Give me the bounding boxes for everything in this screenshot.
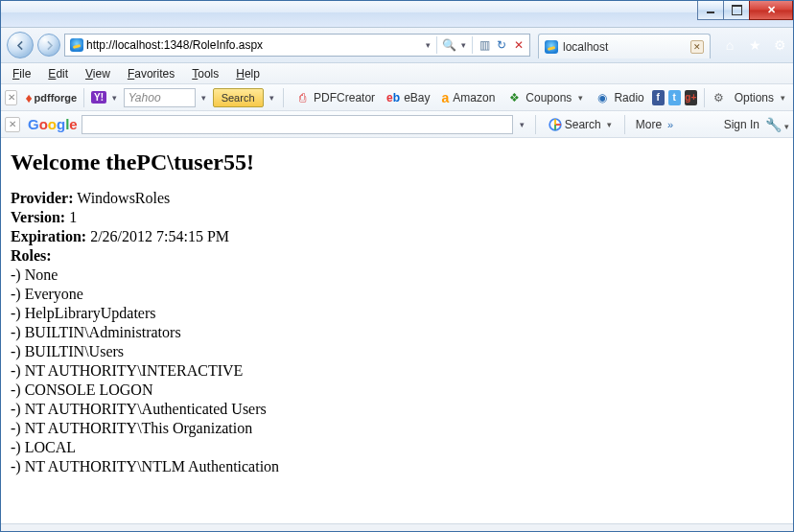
coupons-label: Coupons [525, 91, 572, 104]
pdfforge-logo[interactable]: ♦ pdfforge [25, 90, 77, 105]
yahoo-search-button[interactable]: Search [213, 88, 264, 107]
status-bar [1, 523, 793, 531]
amazon-button[interactable]: a Amazon [438, 90, 500, 105]
role-item: -) NT AUTHORITY\INTERACTIVE [11, 361, 783, 381]
tab-close-button[interactable]: ✕ [690, 40, 704, 54]
role-item: -) HelpLibraryUpdaters [11, 304, 783, 323]
menu-tools[interactable]: Tools [184, 65, 226, 82]
role-item: -) BUILTIN\Administrators [11, 323, 783, 342]
wrench-icon[interactable]: 🔧 [765, 117, 789, 132]
twitter-icon[interactable]: t [668, 90, 681, 105]
home-icon[interactable]: ⌂ [722, 37, 737, 53]
google-g-icon [549, 118, 562, 131]
role-item: -) BUILTIN\Users [11, 342, 783, 361]
google-search-label: Search [565, 118, 601, 131]
separator [704, 88, 705, 107]
google-logo[interactable]: Google [28, 116, 78, 132]
role-item: -) Everyone [11, 285, 783, 304]
menu-bar: File Edit View Favorites Tools Help [1, 63, 793, 84]
role-item: -) NT AUTHORITY\This Organization [11, 419, 783, 438]
menu-help[interactable]: Help [228, 65, 268, 82]
options-button[interactable]: Options [731, 91, 789, 104]
signin-button[interactable]: Sign In [724, 118, 759, 131]
ebay-button[interactable]: eb eBay [383, 91, 433, 104]
address-dropdown-icon[interactable]: ▾ [422, 40, 433, 50]
search-dropdown-icon[interactable]: ▾ [457, 40, 469, 50]
google-toolbar: ✕ Google ▾ Search More » Sign In 🔧 [1, 111, 793, 138]
close-google-toolbar-button[interactable]: ✕ [5, 117, 20, 132]
more-label: More [636, 118, 662, 131]
menu-favorites[interactable]: Favorites [120, 65, 182, 82]
ie-favicon-icon [545, 40, 558, 54]
address-bar[interactable]: ▾ 🔍 ▾ ▥ ↻ ✕ [64, 34, 530, 57]
menu-file[interactable]: File [5, 65, 38, 82]
pdfcreator-label: PDFCreator [314, 91, 375, 104]
minimize-button[interactable] [697, 1, 724, 20]
search-button-dropdown-icon[interactable]: ▾ [268, 93, 277, 103]
google-search-input[interactable] [82, 115, 513, 134]
address-input[interactable] [86, 35, 422, 55]
roles-label: Roles: [11, 247, 52, 264]
tab-localhost[interactable]: localhost ✕ [538, 34, 711, 58]
role-item: -) LOCAL [11, 438, 783, 457]
google-search-button[interactable]: Search [543, 118, 618, 131]
separator [436, 36, 437, 54]
forward-button[interactable] [37, 34, 60, 57]
pdfforge-label: pdfforge [35, 92, 78, 104]
pdfcreator-icon: ⎙ [294, 90, 310, 105]
browser-window: ▾ 🔍 ▾ ▥ ↻ ✕ localhost ✕ ⌂ ★ ⚙ File Edit … [0, 0, 794, 532]
page-heading: Welcome thePC\tuser55! [11, 150, 783, 175]
page-content: Welcome thePC\tuser55! Provider: Windows… [1, 138, 793, 523]
coupons-button[interactable]: ❖ Coupons [502, 90, 587, 105]
provider-label: Provider: [11, 190, 73, 206]
menu-view[interactable]: View [78, 65, 118, 82]
yahoo-search-dropdown-icon[interactable]: ▾ [199, 93, 209, 103]
tab-strip: localhost ✕ [538, 32, 711, 58]
separator [283, 88, 284, 107]
tab-title: localhost [563, 40, 608, 54]
coupons-icon: ❖ [506, 90, 522, 105]
role-item: -) CONSOLE LOGON [11, 381, 783, 400]
version-value: 1 [65, 209, 77, 225]
back-button[interactable] [7, 32, 34, 58]
facebook-icon[interactable]: f [652, 90, 665, 105]
expiration-label: Expiration: [11, 228, 86, 244]
window-buttons [698, 1, 793, 20]
compat-view-icon[interactable]: ▥ [476, 36, 493, 54]
radio-icon: ◉ [595, 90, 610, 105]
google-signin-group: Sign In 🔧 [724, 117, 789, 132]
radio-label: Radio [614, 91, 643, 104]
yahoo-dropdown-icon[interactable]: ▾ [110, 93, 120, 103]
radio-button[interactable]: ◉ Radio [591, 90, 647, 105]
more-button[interactable]: More » [632, 118, 677, 131]
googleplus-icon[interactable]: g+ [685, 90, 697, 105]
favorites-icon[interactable]: ★ [747, 37, 762, 53]
nav-bar: ▾ 🔍 ▾ ▥ ↻ ✕ localhost ✕ ⌂ ★ ⚙ [1, 28, 793, 63]
window-titlebar [1, 1, 793, 28]
role-item: -) None [11, 266, 783, 285]
menu-edit[interactable]: Edit [40, 65, 76, 82]
separator [472, 36, 473, 54]
close-toolbar-button[interactable]: ✕ [5, 90, 17, 105]
search-icon[interactable]: 🔍 [440, 36, 457, 54]
stop-icon[interactable]: ✕ [510, 36, 527, 54]
yahoo-search-input[interactable]: Yahoo [124, 88, 196, 107]
roles-list: -) None-) Everyone-) HelpLibraryUpdaters… [11, 266, 783, 476]
google-search-dropdown-icon[interactable]: ▾ [517, 120, 528, 129]
close-button[interactable] [749, 1, 793, 20]
options-label: Options [735, 91, 774, 104]
provider-value: WindowsRoles [73, 190, 170, 206]
amazon-label: Amazon [453, 91, 495, 104]
toolbar-options-group: ⚙ Options [712, 90, 789, 105]
pdfcreator-button[interactable]: ⎙ PDFCreator [291, 90, 379, 105]
ie-page-icon [70, 38, 83, 52]
refresh-icon[interactable]: ↻ [493, 36, 510, 54]
tools-icon[interactable]: ⚙ [772, 37, 787, 53]
role-item: -) NT AUTHORITY\NTLM Authentication [11, 457, 783, 476]
ebay-label: eBay [404, 91, 430, 104]
separator [535, 115, 536, 134]
role-item: -) NT AUTHORITY\Authenticated Users [11, 400, 783, 419]
maximize-button[interactable] [723, 1, 750, 20]
amazon-icon: a [442, 90, 450, 105]
gear-icon: ⚙ [712, 90, 727, 105]
